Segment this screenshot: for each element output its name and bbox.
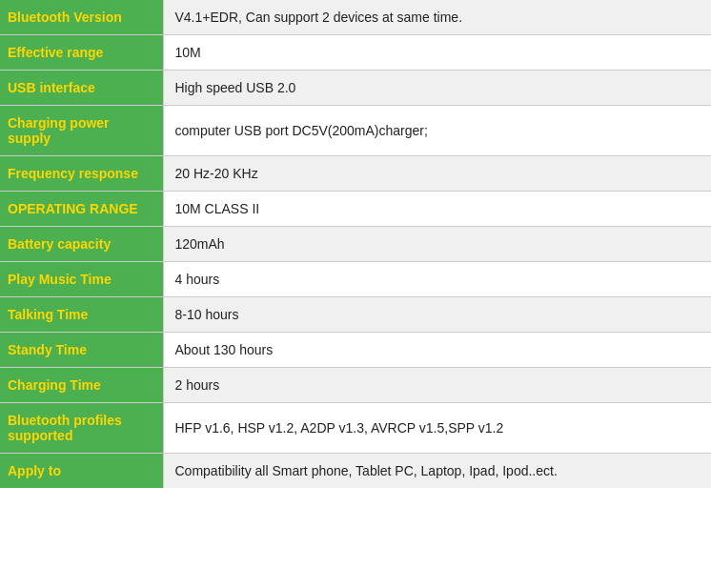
table-row: Bluetooth VersionV4.1+EDR, Can support 2… bbox=[0, 0, 711, 35]
spec-value: 120mAh bbox=[163, 227, 711, 262]
spec-label: Play Music Time bbox=[0, 262, 163, 297]
table-row: Play Music Time4 hours bbox=[0, 262, 711, 297]
table-row: Frequency response20 Hz-20 KHz bbox=[0, 156, 711, 192]
spec-value: About 130 hours bbox=[163, 333, 711, 368]
spec-value: 2 hours bbox=[163, 368, 711, 403]
spec-label: Bluetooth profiles supported bbox=[0, 403, 163, 454]
spec-label: Standy Time bbox=[0, 333, 163, 368]
spec-value: 10M CLASS II bbox=[163, 192, 711, 227]
table-row: USB interfaceHigh speed USB 2.0 bbox=[0, 71, 711, 106]
spec-label: USB interface bbox=[0, 71, 163, 106]
spec-label: Battery capacity bbox=[0, 227, 163, 262]
table-row: OPERATING RANGE10M CLASS II bbox=[0, 192, 711, 227]
spec-label: Charging Time bbox=[0, 368, 163, 403]
spec-label: OPERATING RANGE bbox=[0, 192, 163, 227]
spec-label: Effective range bbox=[0, 35, 163, 71]
spec-value: 20 Hz-20 KHz bbox=[163, 156, 711, 192]
spec-label: Apply to bbox=[0, 454, 163, 489]
table-row: Effective range10M bbox=[0, 35, 711, 71]
spec-label: Charging power supply bbox=[0, 106, 163, 156]
spec-value: 8-10 hours bbox=[163, 297, 711, 333]
table-row: Bluetooth profiles supportedHFP v1.6, HS… bbox=[0, 403, 711, 454]
spec-value: High speed USB 2.0 bbox=[163, 71, 711, 106]
table-row: Charging power supplycomputer USB port D… bbox=[0, 106, 711, 156]
spec-table: Bluetooth VersionV4.1+EDR, Can support 2… bbox=[0, 0, 711, 488]
spec-value: HFP v1.6, HSP v1.2, A2DP v1.3, AVRCP v1.… bbox=[163, 403, 711, 454]
table-row: Apply toCompatibility all Smart phone, T… bbox=[0, 454, 711, 489]
table-row: Battery capacity120mAh bbox=[0, 227, 711, 262]
table-row: Talking Time8-10 hours bbox=[0, 297, 711, 333]
table-row: Standy TimeAbout 130 hours bbox=[0, 333, 711, 368]
spec-label: Bluetooth Version bbox=[0, 0, 163, 35]
spec-value: computer USB port DC5V(200mA)charger; bbox=[163, 106, 711, 156]
spec-value: V4.1+EDR, Can support 2 devices at same … bbox=[163, 0, 711, 35]
table-row: Charging Time2 hours bbox=[0, 368, 711, 403]
spec-label: Frequency response bbox=[0, 156, 163, 192]
spec-label: Talking Time bbox=[0, 297, 163, 333]
spec-value: 10M bbox=[163, 35, 711, 71]
spec-value: Compatibility all Smart phone, Tablet PC… bbox=[163, 454, 711, 489]
spec-value: 4 hours bbox=[163, 262, 711, 297]
